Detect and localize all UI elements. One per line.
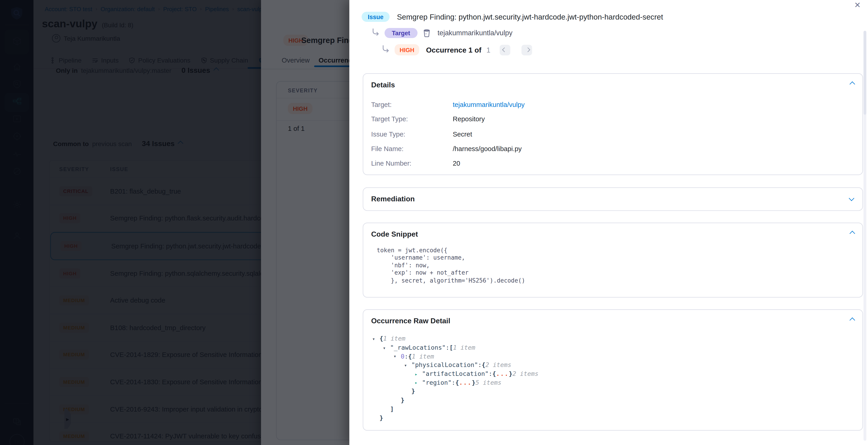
collapse-chevron-icon[interactable] <box>849 231 855 236</box>
detail-row: Target Type:Repository <box>371 113 855 128</box>
collapse-arrow-icon[interactable]: ▾ <box>404 362 411 368</box>
detail-row: Line Number:20 <box>371 157 855 172</box>
json-key: "physicalLocation" <box>411 361 478 369</box>
raw-detail-json-tree: ▾{ 1 item▾"_rawLocations" : [ 1 item▾0 :… <box>372 334 538 422</box>
code-snippet-card: Code Snippet token = jwt.encode({ 'usern… <box>363 222 863 297</box>
json-index: 0 <box>401 353 404 360</box>
expand-chevron-icon[interactable] <box>849 196 854 201</box>
detail-row: File Name:/harness/good/libapi.py <box>371 143 855 157</box>
json-colon: : <box>489 370 492 378</box>
details-card: Details Target:tejakummarikuntla/vulpyTa… <box>363 73 863 175</box>
occurrence-total: 1 <box>487 46 491 54</box>
details-rows: Target:tejakummarikuntla/vulpyTarget Typ… <box>371 98 855 172</box>
detail-label: Issue Type: <box>371 130 405 138</box>
json-tree-line: } <box>372 413 538 422</box>
json-brace: } <box>509 370 513 378</box>
repository-icon: ‹› <box>423 29 431 37</box>
json-brace: { <box>455 379 459 386</box>
json-tree-line: ▾"_rawLocations" : [ 1 item <box>372 343 538 352</box>
collapse-arrow-icon[interactable]: ▾ <box>372 336 379 342</box>
json-brace: ] <box>390 406 394 413</box>
detail-label: Line Number: <box>371 159 411 167</box>
json-dots: ... <box>496 370 509 378</box>
json-tree-line: ▸"artifactLocation" : {...} 2 items <box>372 369 538 378</box>
severity-badge: HIGH <box>395 44 420 55</box>
target-name[interactable]: tejakummarikuntla/vulpy <box>438 29 513 37</box>
raw-detail-section-title: Occurrence Raw Detail <box>371 317 450 325</box>
json-colon: : <box>478 361 482 369</box>
json-brace: { <box>492 370 496 378</box>
collapse-chevron-icon[interactable] <box>849 82 855 87</box>
collapse-chevron-icon[interactable] <box>849 317 855 323</box>
detail-row: Issue Type:Secret <box>371 128 855 143</box>
json-tree-line: } <box>372 387 538 396</box>
json-count: 5 items <box>475 379 501 386</box>
target-badge: Target <box>384 28 417 38</box>
detail-value: 20 <box>453 159 460 167</box>
json-key: "region" <box>422 379 452 386</box>
collapse-arrow-icon[interactable]: ▾ <box>394 354 401 359</box>
json-tree-line: ▾0 : { 1 item <box>372 352 538 361</box>
remediation-card[interactable]: Remediation <box>363 187 863 211</box>
json-brace: } <box>401 396 404 404</box>
json-colon: : <box>452 379 455 386</box>
json-brace: } <box>472 379 475 386</box>
expand-arrow-icon[interactable]: ▸ <box>415 380 422 386</box>
detail-row: Target:tejakummarikuntla/vulpy <box>371 98 855 113</box>
json-tree-line: ▾{ 1 item <box>372 334 538 343</box>
json-brace: { <box>379 335 383 343</box>
json-tree-line: } <box>372 396 538 405</box>
close-icon[interactable]: ✕ <box>853 0 862 10</box>
detail-label: Target Type: <box>371 115 408 123</box>
json-count: 1 item <box>453 344 475 351</box>
json-brace: } <box>379 414 383 421</box>
occurrence-detail-modal: ✕ Issue Semgrep Finding: python.jwt.secu… <box>349 0 868 445</box>
elbow-arrow-icon <box>372 28 379 38</box>
modal-title: Semgrep Finding: python.jwt.security.jwt… <box>397 12 663 21</box>
detail-value: /harness/good/libapi.py <box>453 145 522 152</box>
json-count: 2 items <box>485 361 511 369</box>
collapse-arrow-icon[interactable]: ▾ <box>383 345 390 351</box>
remediation-section-title: Remediation <box>371 195 415 203</box>
expand-arrow-icon[interactable]: ▸ <box>415 371 422 377</box>
json-count: 1 item <box>412 353 434 360</box>
svg-text:‹›: ‹› <box>425 32 427 35</box>
issue-badge: Issue <box>362 12 390 22</box>
app-root: ? TK Account: STO test›Organization: def… <box>0 0 868 445</box>
json-brace: { <box>482 361 485 369</box>
detail-value[interactable]: tejakummarikuntla/vulpy <box>453 101 525 109</box>
json-dots: ... <box>459 379 472 386</box>
detail-label: File Name: <box>371 145 404 152</box>
json-brace: } <box>411 388 415 395</box>
next-occurrence-button[interactable] <box>522 44 532 55</box>
json-brace: [ <box>450 344 453 351</box>
json-count: 2 items <box>513 370 538 378</box>
scrollbar-thumb[interactable] <box>864 31 866 115</box>
json-key: "artifactLocation" <box>422 370 489 378</box>
prev-occurrence-button[interactable] <box>500 44 510 55</box>
occurrence-label: Occurrence 1 of <box>426 46 481 54</box>
json-key: "_rawLocations" <box>390 344 445 351</box>
detail-value: Repository <box>453 115 485 123</box>
code-snippet: token = jwt.encode({ 'username': usernam… <box>377 247 525 284</box>
json-tree-line: ] <box>372 405 538 414</box>
json-tree-line: ▸"region" : {...} 5 items <box>372 378 538 387</box>
detail-label: Target: <box>371 101 392 109</box>
detail-value: Secret <box>453 130 472 138</box>
json-tree-line: ▾"physicalLocation" : { 2 items <box>372 361 538 370</box>
details-section-title: Details <box>371 81 395 89</box>
raw-detail-card: Occurrence Raw Detail ▾{ 1 item▾"_rawLoc… <box>363 309 863 431</box>
json-colon: : <box>404 353 408 360</box>
elbow-arrow-icon <box>382 45 390 55</box>
json-count: 1 item <box>383 335 406 343</box>
code-snippet-section-title: Code Snippet <box>371 230 418 238</box>
json-colon: : <box>445 344 449 351</box>
json-brace: { <box>408 353 412 360</box>
